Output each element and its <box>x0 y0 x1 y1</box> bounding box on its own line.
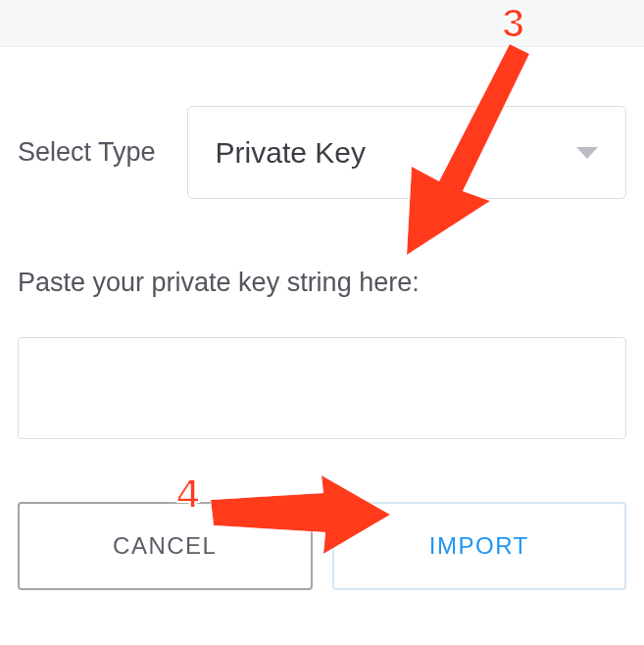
chevron-down-icon <box>576 147 598 159</box>
cancel-button[interactable]: CANCEL <box>18 502 313 590</box>
cancel-button-label: CANCEL <box>113 532 217 560</box>
select-type-row: Select Type Private Key <box>18 106 626 199</box>
private-key-input[interactable] <box>18 337 626 439</box>
button-row: CANCEL IMPORT <box>18 502 626 590</box>
select-type-value: Private Key <box>216 136 366 170</box>
import-account-panel: Select Type Private Key Paste your priva… <box>0 47 644 590</box>
import-button-label: IMPORT <box>429 532 529 560</box>
paste-key-prompt: Paste your private key string here: <box>18 268 626 298</box>
select-type-dropdown[interactable]: Private Key <box>187 106 626 199</box>
top-band <box>0 0 644 47</box>
svg-marker-0 <box>576 147 598 159</box>
select-type-label: Select Type <box>18 137 156 168</box>
import-button[interactable]: IMPORT <box>332 502 627 590</box>
